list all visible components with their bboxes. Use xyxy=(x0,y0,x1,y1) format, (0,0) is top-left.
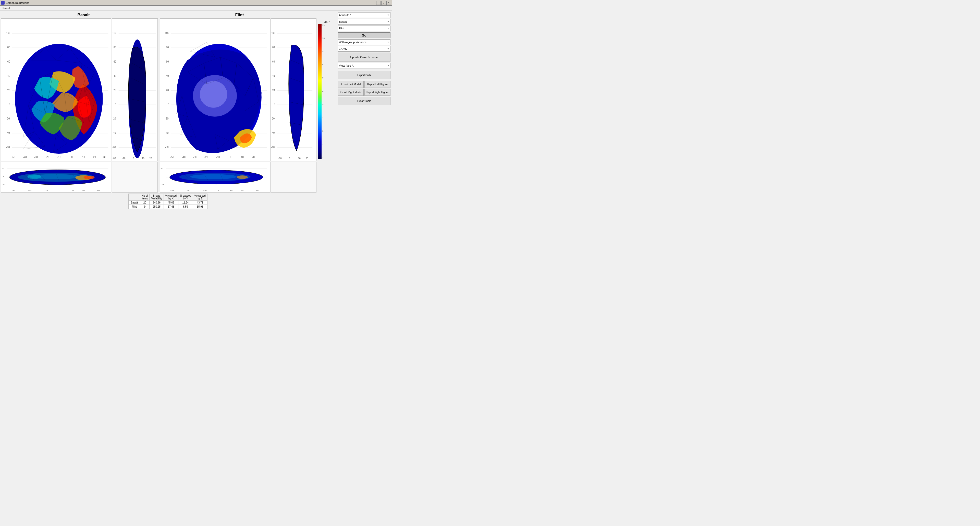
svg-text:40: 40 xyxy=(166,75,169,77)
row-pctx-flint: 57.48 xyxy=(164,205,178,209)
svg-text:80: 80 xyxy=(114,46,116,49)
svg-text:-40: -40 xyxy=(271,131,275,134)
svg-text:0: 0 xyxy=(9,103,11,106)
svg-text:-20: -20 xyxy=(204,156,208,159)
svg-text:-10: -10 xyxy=(45,189,48,191)
basalt-bottom-plot[interactable]: 20 0 -20 -50 -30 -10 0 10 20 40 xyxy=(1,162,111,193)
svg-text:-40: -40 xyxy=(113,131,116,134)
svg-text:20: 20 xyxy=(241,189,243,191)
svg-text:0: 0 xyxy=(59,189,60,191)
attribute-dropdown[interactable]: Attribute 1 ▼ xyxy=(338,12,390,18)
basalt-front-plot[interactable]: 100 80 60 40 20 0 -20 -40 -60 xyxy=(1,18,111,161)
go-button[interactable]: Go xyxy=(338,32,390,38)
svg-text:-20: -20 xyxy=(46,156,49,159)
attribute-dropdown-container: Attribute 1 ▼ xyxy=(338,12,390,18)
svg-text:20: 20 xyxy=(272,89,275,92)
attribute-dropdown-arrow: ▼ xyxy=(387,14,389,16)
flint-bottom-plot[interactable]: 20 0 -20 -50 -30 -10 0 10 20 40 xyxy=(160,162,270,193)
svg-text:100: 100 xyxy=(113,32,116,35)
svg-text:10: 10 xyxy=(142,157,145,160)
view-dropdown[interactable]: Z Only ▼ xyxy=(338,46,390,52)
svg-text:80: 80 xyxy=(7,46,10,49)
svg-text:-30: -30 xyxy=(193,156,197,159)
basalt-side-bottom xyxy=(112,162,158,193)
svg-text:-10: -10 xyxy=(204,189,207,191)
flint-side-bottom xyxy=(270,162,317,193)
row-pctz-basalt: 43.71 xyxy=(192,201,207,205)
svg-text:20: 20 xyxy=(149,157,152,160)
cb-tick-7: 7 xyxy=(322,77,335,79)
row-pcty-basalt: 11.24 xyxy=(178,201,192,205)
maximize-button[interactable]: □ xyxy=(381,1,386,5)
svg-text:10: 10 xyxy=(82,156,85,159)
svg-point-160 xyxy=(237,175,248,179)
svg-text:80: 80 xyxy=(166,46,169,49)
export-table-button[interactable]: Export Table xyxy=(338,97,390,105)
cb-tick-8: 8 xyxy=(322,64,335,66)
svg-text:100: 100 xyxy=(165,32,169,35)
col-header-pct-x: % causedby X xyxy=(164,194,178,201)
group2-dropdown[interactable]: Flint ▼ xyxy=(338,26,390,31)
svg-text:0: 0 xyxy=(162,175,163,178)
svg-text:-50: -50 xyxy=(12,189,15,191)
flint-side-plot[interactable]: 100 80 60 40 20 0 -20 -40 -60 xyxy=(270,18,317,161)
svg-text:-40: -40 xyxy=(23,156,27,159)
svg-text:40: 40 xyxy=(256,189,259,191)
close-button[interactable]: ✕ xyxy=(387,1,391,5)
svg-text:40: 40 xyxy=(7,75,10,77)
cb-tick-11: 11 xyxy=(322,24,335,26)
export-left-figure-button[interactable]: Export Left Figure xyxy=(364,81,390,88)
row-label-flint: Flint xyxy=(129,205,140,209)
svg-text:-20: -20 xyxy=(278,157,282,160)
cb-tick-2: 2 xyxy=(322,143,335,145)
svg-text:-40: -40 xyxy=(182,156,186,159)
svg-text:100: 100 xyxy=(271,32,275,35)
update-color-button[interactable]: Update Color Scheme xyxy=(338,53,390,62)
colorbar-gradient xyxy=(318,24,321,159)
variance-dropdown[interactable]: Within-group Variance ▼ xyxy=(338,39,390,45)
row-pctx-basalt: 45.05 xyxy=(164,201,178,205)
svg-text:20: 20 xyxy=(7,89,10,91)
svg-text:20: 20 xyxy=(161,167,163,170)
svg-text:60: 60 xyxy=(272,60,275,63)
svg-text:20: 20 xyxy=(114,89,116,92)
svg-text:-10: -10 xyxy=(57,156,61,159)
svg-text:-20: -20 xyxy=(165,117,169,120)
cb-tick-1: 1 xyxy=(322,157,335,159)
svg-text:-30: -30 xyxy=(28,189,32,191)
svg-text:-20: -20 xyxy=(2,183,5,186)
cb-tick-10: 10 xyxy=(322,37,335,39)
svg-text:10: 10 xyxy=(298,157,301,160)
col-header-label xyxy=(129,194,140,201)
colorbar-exp-label: ×10⁻⁴ xyxy=(318,21,335,24)
cb-tick-3: 3 xyxy=(322,130,335,132)
flint-front-plot[interactable]: 100 80 60 40 20 0 -20 -40 -60 xyxy=(160,18,270,161)
row-label-basalt: Basalt xyxy=(129,201,140,205)
svg-text:20: 20 xyxy=(252,156,255,159)
row-var-basalt: 340.36 xyxy=(150,201,164,205)
view-face-dropdown[interactable]: View face A ▼ xyxy=(338,63,390,69)
panel-menu[interactable]: Panel xyxy=(1,6,11,11)
basalt-side-plot[interactable]: 100 80 60 40 20 0 -20 -40 -60 -80 xyxy=(112,18,158,161)
svg-text:-80: -80 xyxy=(113,157,116,160)
svg-text:-60: -60 xyxy=(165,146,169,148)
minimize-button[interactable]: ─ xyxy=(376,1,381,5)
svg-text:-20: -20 xyxy=(122,157,126,160)
export-left-model-button[interactable]: Export Left Model xyxy=(338,81,364,88)
svg-text:10: 10 xyxy=(241,156,244,159)
svg-text:20: 20 xyxy=(305,157,308,160)
group2-dropdown-container: Flint ▼ xyxy=(338,26,390,31)
row-var-flint: 250.25 xyxy=(150,205,164,209)
svg-text:60: 60 xyxy=(7,60,10,63)
svg-text:-50: -50 xyxy=(170,189,174,191)
row-items-flint: 9 xyxy=(140,205,149,209)
row-pctz-flint: 35.93 xyxy=(192,205,207,209)
export-right-figure-button[interactable]: Export Right Figure xyxy=(364,89,390,96)
export-both-button[interactable]: Export Both xyxy=(338,71,390,79)
export-right-model-button[interactable]: Export Right Model xyxy=(338,89,364,96)
svg-text:-20: -20 xyxy=(161,183,164,186)
col-header-pct-y: % causedby Y xyxy=(178,194,192,201)
svg-text:10: 10 xyxy=(71,189,74,191)
group1-dropdown[interactable]: Basalt ▼ xyxy=(338,19,390,24)
menu-bar: Panel xyxy=(0,6,392,11)
